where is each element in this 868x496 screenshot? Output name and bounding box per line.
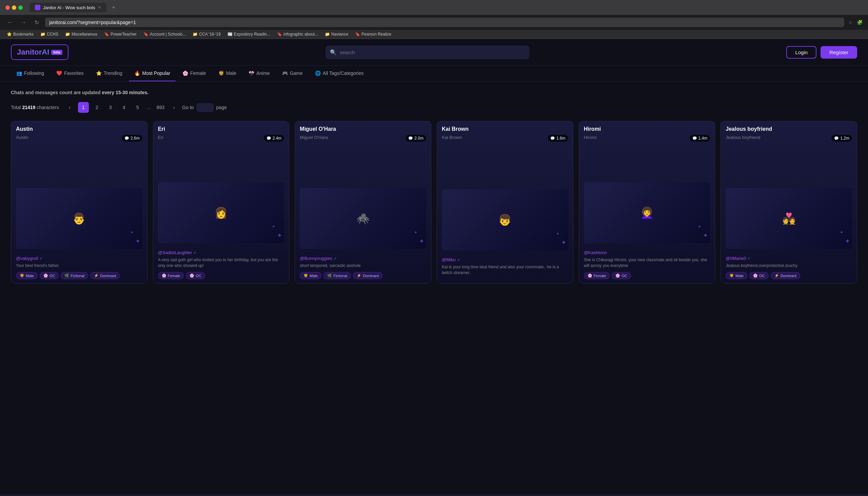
- tab-trending[interactable]: ⭐ Trending: [91, 66, 128, 81]
- characters-grid: Austin Austin 💬 2.6m 👨 ✦ ✦ @vabygroll ✓ …: [11, 121, 857, 283]
- tab-male[interactable]: 🦁 Male: [213, 66, 242, 81]
- tab-title: Janitor AI - Wow such bots: [43, 5, 95, 10]
- all-tags-icon: 🌐: [315, 71, 321, 76]
- app-container: JanitorAI beta 🔍 Login Register 👥 Follow…: [0, 39, 868, 494]
- character-card[interactable]: Kai Brown Kai Brown 💬 1.6m 👦 ✦ ✦ @Miku ✓…: [437, 121, 573, 283]
- bookmark-schoology[interactable]: 🔖 Account | Schoolo...: [141, 31, 189, 37]
- sparkle-decoration: ✦: [561, 239, 566, 246]
- update-notice: Chats and messages count are updated eve…: [11, 90, 857, 95]
- card-image-area: Eri 💬 2.4m: [153, 135, 289, 180]
- bookmark-cca[interactable]: 📁 CCA '18-'19: [190, 31, 223, 37]
- page-4-button[interactable]: 4: [119, 102, 130, 113]
- bookmark-label: infographic about...: [283, 32, 318, 36]
- message-count-badge: 💬 2.0m: [405, 135, 426, 142]
- message-count-badge: 💬 2.4m: [264, 135, 284, 142]
- bookmark-bookmarks[interactable]: ⭐ Bookmarks: [4, 31, 36, 37]
- header-buttons: Login Register: [786, 46, 857, 59]
- next-page-button[interactable]: ›: [168, 102, 179, 113]
- address-bar[interactable]: [45, 18, 844, 27]
- tag-label: Dominant: [363, 274, 379, 278]
- tag-label: Male: [735, 274, 744, 278]
- reload-button[interactable]: ↻: [32, 18, 41, 27]
- following-icon: 👥: [16, 71, 22, 76]
- sparkle-decoration: ✦: [130, 230, 134, 235]
- card-author: @Miku ✓: [442, 257, 568, 262]
- bookmark-label: Miscellaneous: [72, 32, 97, 36]
- bookmark-label: CCHS: [47, 32, 58, 36]
- card-image-area: Kai Brown 💬 1.6m: [437, 135, 573, 187]
- message-count: 1.4m: [699, 136, 708, 141]
- logo-container[interactable]: JanitorAI beta: [11, 44, 69, 60]
- character-card[interactable]: Hiromi Hiromi 💬 1.4m 👩‍🦱 ✦ ✦ @Kashtonn S…: [579, 121, 715, 283]
- character-card[interactable]: Eri Eri 💬 2.4m 👩 ✦ ✦ @SadistLaughter ✓ A…: [153, 121, 289, 283]
- browser-tab[interactable]: Janitor AI - Wow such bots ✕: [30, 3, 106, 12]
- goto-page-input[interactable]: [197, 103, 214, 112]
- bookmark-label: Naviance: [331, 32, 348, 36]
- tag-icon: 🌸: [190, 274, 194, 278]
- tab-most-popular[interactable]: 🔥 Most Popular: [129, 66, 175, 81]
- tab-following[interactable]: 👥 Following: [11, 66, 49, 81]
- tag-label: Female: [168, 274, 180, 278]
- tab-close-button[interactable]: ✕: [98, 5, 101, 10]
- chat-icon: 💬: [124, 136, 129, 141]
- tab-favorites[interactable]: ❤️ Favorites: [51, 66, 89, 81]
- character-card[interactable]: Miguel O'Hara Miguel O'Hara 💬 2.0m 🕷️ ✦ …: [295, 121, 431, 283]
- bookmark-icon: 🔖: [355, 32, 360, 36]
- page-5-button[interactable]: 5: [132, 102, 143, 113]
- bookmark-powerteacher[interactable]: 🔖 PowerTeacher: [101, 31, 139, 37]
- character-tag: ⚡ Dominant: [353, 272, 383, 279]
- tag-label: Dominant: [100, 274, 116, 278]
- minimize-window-button[interactable]: [12, 5, 16, 10]
- sparkle-decoration: ✦: [414, 230, 417, 235]
- back-button[interactable]: ←: [5, 18, 15, 27]
- tag-label: Male: [310, 274, 318, 278]
- tab-all-tags[interactable]: 🌐 All Tags/Categories: [310, 66, 369, 81]
- card-author: @Bunnynuggies ✓: [300, 256, 426, 261]
- card-character-name: Eri: [158, 135, 163, 140]
- chat-icon: 💬: [692, 136, 697, 141]
- character-tag: ⚡ Dominant: [90, 272, 120, 279]
- bookmark-cchs[interactable]: 📁 CCHS: [38, 31, 61, 37]
- bookmark-miscellaneous[interactable]: 📁 Miscellaneous: [62, 31, 100, 37]
- new-tab-button[interactable]: +: [112, 4, 116, 11]
- tab-favorites-label: Favorites: [64, 71, 84, 76]
- message-count-badge: 💬 1.4m: [690, 135, 710, 142]
- bookmark-pearson[interactable]: 🔖 Pearson Realize: [352, 31, 394, 37]
- character-card[interactable]: Austin Austin 💬 2.6m 👨 ✦ ✦ @vabygroll ✓ …: [11, 121, 148, 283]
- maximize-window-button[interactable]: [18, 5, 23, 10]
- page-2-button[interactable]: 2: [92, 102, 102, 113]
- page-3-button[interactable]: 3: [105, 102, 116, 113]
- message-count: 2.4m: [273, 136, 282, 141]
- tag-icon: ⚡: [775, 274, 779, 278]
- tab-female[interactable]: 🌸 Female: [177, 66, 212, 81]
- extensions-icon[interactable]: 🧩: [857, 20, 863, 25]
- card-character-name: Austin: [16, 135, 28, 140]
- anime-icon: 🎌: [249, 71, 254, 76]
- sparkle-decoration: ✦: [840, 230, 843, 235]
- page-last-button[interactable]: 893: [155, 102, 166, 113]
- character-tag: 🌿 Fictional: [61, 272, 88, 279]
- card-title: Kai Brown: [437, 121, 573, 135]
- browser-titlebar: Janitor AI - Wow such bots ✕ +: [0, 0, 868, 15]
- update-notice-prefix: Chats and messages count are updated: [11, 90, 102, 95]
- forward-button[interactable]: →: [19, 18, 29, 27]
- bookmark-naviance[interactable]: 📁 Naviance: [322, 31, 351, 37]
- page-label: page: [216, 105, 227, 110]
- window-controls: [5, 5, 23, 10]
- author-name: @Miku: [442, 257, 456, 262]
- search-input[interactable]: [326, 46, 529, 59]
- login-button[interactable]: Login: [786, 46, 817, 59]
- page-1-button[interactable]: 1: [78, 102, 89, 113]
- close-window-button[interactable]: [5, 5, 10, 10]
- card-author: @0Marie0 ✓: [725, 256, 852, 261]
- bookmark-star-icon[interactable]: ☆: [848, 20, 853, 25]
- prev-page-button[interactable]: ‹: [64, 102, 75, 113]
- card-title: Miguel O'Hara: [295, 121, 431, 135]
- character-tag: 🌸 OC: [612, 272, 631, 279]
- bookmark-expository[interactable]: 📰 Expository Readin...: [225, 31, 273, 37]
- register-button[interactable]: Register: [821, 46, 857, 59]
- tab-anime[interactable]: 🎌 Anime: [243, 66, 275, 81]
- character-card[interactable]: Jealous boyfriend Jealous boyfriend 💬 1.…: [720, 121, 857, 283]
- tab-game[interactable]: 🎮 Game: [277, 66, 308, 81]
- bookmark-infographic[interactable]: 🔖 infographic about...: [274, 31, 321, 37]
